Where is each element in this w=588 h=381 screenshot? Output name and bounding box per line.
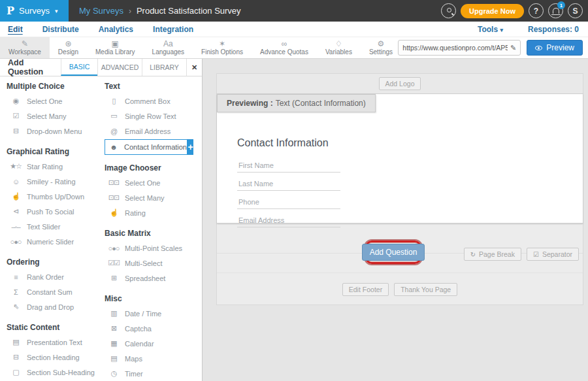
question-type-rank-order[interactable]: ≡Rank Order: [7, 269, 105, 284]
upgrade-button[interactable]: Upgrade Now: [461, 4, 524, 18]
questionpro-logo: P: [7, 5, 14, 17]
field-last-name[interactable]: Last Name: [237, 176, 340, 191]
questionpro-app: P Surveys ▾ My Surveys › Product Satisfa…: [0, 0, 588, 381]
toolbar-item-finish-options[interactable]: ✶Finish Options: [193, 37, 252, 58]
thank-you-page-button[interactable]: Thank You Page: [394, 283, 457, 296]
footer-buttons-row: Edit FooterThank You Page: [217, 274, 583, 305]
nav-tab-analytics[interactable]: Analytics: [99, 25, 133, 34]
question-type-drag-and-drop[interactable]: ⇖Drag and Drop: [7, 299, 105, 314]
previewing-prefix: Previewing :: [227, 99, 273, 108]
toolbar-item-label: Design: [58, 48, 78, 56]
edit-footer-button[interactable]: Edit Footer: [342, 283, 389, 296]
notifications-button[interactable]: 1: [548, 3, 563, 18]
edit-url-icon[interactable]: ✎: [510, 44, 516, 52]
question-type-select-many[interactable]: ⊡⊡Select Many: [105, 190, 196, 205]
breadcrumb-separator: ›: [129, 7, 131, 16]
question-type-contact-information-selected[interactable]: ☻Contact Information+: [105, 139, 193, 155]
question-type-section-heading[interactable]: ⊟Section Heading: [7, 350, 105, 365]
question-type-label: Multi-Select: [125, 259, 162, 267]
tab-basic[interactable]: BASIC: [61, 59, 97, 76]
toolbar-item-label: Workspace: [8, 48, 41, 56]
survey-url-box[interactable]: https://www.questionpro.com/t/AP53kZgUI …: [398, 40, 521, 56]
question-type-multi-point-scales[interactable]: ○●○Multi-Point Scales: [105, 240, 196, 256]
breadcrumb-my-surveys[interactable]: My Surveys: [79, 6, 123, 16]
panel-body: Multiple Choice◉Select One☑Select Many⊟D…: [0, 76, 202, 381]
question-type-text-slider[interactable]: –◦–Text Slider: [7, 219, 105, 234]
question-type-spreadsheet[interactable]: ⊞Spreadsheet: [105, 271, 196, 286]
question-type-timer[interactable]: ◷Timer: [105, 366, 196, 381]
question-type-multi-select[interactable]: ☑☑Multi-Select: [105, 256, 196, 271]
toolbar-item-languages[interactable]: AaLanguages: [144, 37, 193, 58]
header-actions: Upgrade Now ? 1 S: [441, 0, 583, 22]
nav-tab-distribute[interactable]: Distribute: [42, 25, 79, 34]
chevron-down-icon: ▾: [55, 8, 58, 14]
product-switcher[interactable]: P Surveys ▾: [0, 0, 69, 22]
contact-form-fields: First NameLast NamePhoneEmail Address: [237, 158, 583, 227]
toolbar-item-settings[interactable]: ⚙Settings: [361, 37, 401, 58]
field-phone[interactable]: Phone: [237, 195, 340, 209]
question-type-label: Push To Social: [27, 208, 74, 216]
nav-tab-edit[interactable]: Edit: [8, 25, 23, 34]
survey-url: https://www.questionpro.com/t/AP53kZgUI: [402, 44, 508, 52]
add-question-type-button[interactable]: +: [188, 139, 193, 155]
question-type-select-many[interactable]: ☑Select Many: [7, 108, 105, 124]
question-type-constant-sum[interactable]: ΣConstant Sum: [7, 284, 105, 299]
toolbar-item-advance-quotas[interactable]: ∞Advance Quotas: [252, 37, 317, 58]
page-break-button[interactable]: ↻ Page Break: [464, 248, 521, 261]
nav-tab-integration[interactable]: Integration: [153, 25, 193, 34]
separator-button[interactable]: ☑ Separator: [527, 248, 579, 261]
help-button[interactable]: ?: [529, 3, 544, 18]
question-type-star-rating[interactable]: ★☆Star Rating: [7, 159, 105, 174]
section-heading: Multiple Choice: [7, 79, 105, 93]
question-type-calendar[interactable]: ▦Calendar: [105, 336, 196, 351]
section-heading: Basic Matrix: [105, 226, 196, 240]
question-type-thumbs-up-down[interactable]: ☝Thumbs Up/Down: [7, 189, 105, 204]
question-type-smiley-rating[interactable]: ☺Smiley - Rating: [7, 174, 105, 189]
toolbar-item-media-library[interactable]: ▣Media Library: [87, 37, 144, 58]
map-icon: ▤: [107, 354, 120, 363]
question-type-single-row-text[interactable]: ▭Single Row Text: [105, 108, 196, 124]
question-type-select-one[interactable]: ◉Select One: [7, 93, 105, 108]
question-type-maps[interactable]: ▤Maps: [105, 351, 196, 366]
question-type-section-sub-heading[interactable]: ▢Section Sub-Heading: [7, 365, 105, 380]
add-question-button[interactable]: Add Question: [362, 244, 425, 261]
question-type-label: Single Row Text: [125, 112, 176, 120]
question-type-rating[interactable]: ☝Rating: [105, 205, 196, 220]
responses-count[interactable]: Responses: 0: [528, 25, 579, 34]
tools-menu[interactable]: Tools ▾: [478, 25, 503, 34]
toolbar-item-workspace[interactable]: ✎Workspace: [0, 37, 50, 58]
notification-badge: 1: [557, 1, 565, 9]
image-select-many-icon: ⊡⊡: [107, 193, 120, 202]
tab-library[interactable]: LIBRARY: [142, 59, 186, 76]
question-type-contact-information[interactable]: ☻Contact Information: [105, 139, 188, 155]
question-type-label: Smiley - Rating: [27, 178, 76, 186]
question-type-select-one[interactable]: ⊡⊡Select One: [105, 175, 196, 190]
question-type-email-address[interactable]: @Email Address: [105, 124, 196, 139]
toolbar-item-design[interactable]: ⊛Design: [50, 37, 87, 58]
add-logo-button[interactable]: Add Logo: [379, 77, 421, 90]
section-heading: Graphical Rating: [7, 144, 105, 159]
question-type-label: Captcha: [125, 325, 152, 333]
question-type-comment-box[interactable]: ▯Comment Box: [105, 93, 196, 108]
preview-button[interactable]: Preview: [527, 40, 583, 56]
question-type-drop-down-menu[interactable]: ⊟Drop-down Menu: [7, 124, 105, 139]
stars-icon: ★☆: [9, 162, 22, 171]
question-type-label: Select One: [27, 97, 62, 105]
field-first-name[interactable]: First Name: [237, 158, 340, 173]
section-heading-icon: ⊟: [9, 353, 22, 361]
tab-advanced[interactable]: ADVANCED: [97, 59, 142, 76]
close-icon[interactable]: ✕: [186, 59, 202, 76]
question-type-captcha[interactable]: ⊠Captcha: [105, 321, 196, 336]
avatar[interactable]: S: [568, 3, 583, 18]
question-type-presentation-text[interactable]: ▤Presentation Text: [7, 335, 105, 350]
question-type-numeric-slider[interactable]: ○●○Numeric Slider: [7, 234, 105, 249]
survey-page-container: Add Logo Previewing : Text (Contact Info…: [216, 73, 583, 305]
presentation-text-icon: ▤: [9, 338, 22, 346]
search-button[interactable]: [441, 3, 456, 18]
multi-select-icon: ☑☑: [107, 259, 120, 267]
question-type-push-to-social[interactable]: ⊲Push To Social: [7, 204, 105, 219]
image-rating-icon: ☝: [107, 208, 120, 217]
question-type-date-time[interactable]: ▥Date / Time: [105, 306, 196, 321]
toolbar-item-variables[interactable]: ♢Variables: [317, 37, 361, 58]
section-heading: Misc: [105, 291, 196, 306]
